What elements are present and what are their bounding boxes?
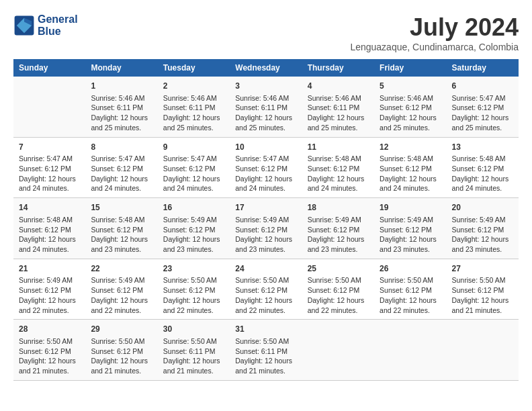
daylight-text: Daylight: 12 hours and 24 minutes.	[19, 234, 80, 254]
calendar-cell: 7Sunrise: 5:47 AMSunset: 6:12 PMDaylight…	[13, 137, 85, 198]
calendar-cell: 23Sunrise: 5:50 AMSunset: 6:12 PMDayligh…	[158, 259, 230, 320]
calendar-cell: 11Sunrise: 5:48 AMSunset: 6:12 PMDayligh…	[302, 137, 374, 198]
column-header-tuesday: Tuesday	[158, 59, 230, 77]
column-header-wednesday: Wednesday	[230, 59, 302, 77]
sunset-text: Sunset: 6:12 PM	[19, 164, 80, 174]
day-number: 14	[19, 202, 80, 214]
sunrise-text: Sunrise: 5:50 AM	[235, 275, 296, 285]
sunrise-text: Sunrise: 5:46 AM	[163, 93, 224, 103]
sunrise-text: Sunrise: 5:50 AM	[235, 336, 296, 347]
daylight-text: Daylight: 12 hours and 22 minutes.	[91, 295, 152, 315]
daylight-text: Daylight: 12 hours and 24 minutes.	[19, 174, 80, 193]
day-number: 24	[235, 263, 296, 275]
daylight-text: Daylight: 12 hours and 21 minutes.	[235, 356, 296, 375]
calendar-cell	[447, 320, 519, 381]
calendar-week-row: 1Sunrise: 5:46 AMSunset: 6:11 PMDaylight…	[13, 77, 519, 137]
daylight-text: Daylight: 12 hours and 22 minutes.	[235, 295, 296, 315]
sunset-text: Sunset: 6:12 PM	[163, 285, 224, 295]
column-header-monday: Monday	[85, 59, 157, 77]
day-number: 5	[380, 81, 441, 92]
day-number: 9	[163, 142, 224, 153]
calendar-cell: 29Sunrise: 5:50 AMSunset: 6:12 PMDayligh…	[85, 320, 157, 381]
sunrise-text: Sunrise: 5:49 AM	[235, 215, 296, 225]
sunrise-text: Sunrise: 5:47 AM	[235, 154, 296, 164]
sunrise-text: Sunrise: 5:48 AM	[91, 215, 152, 225]
sunrise-text: Sunrise: 5:47 AM	[19, 154, 80, 164]
daylight-text: Daylight: 12 hours and 25 minutes.	[235, 113, 296, 132]
location-subtitle: Lenguazaque, Cundinamarca, Colombia	[350, 42, 519, 52]
daylight-text: Daylight: 12 hours and 25 minutes.	[308, 113, 369, 132]
day-number: 10	[235, 142, 296, 153]
day-number: 21	[19, 263, 80, 275]
sunset-text: Sunset: 6:12 PM	[91, 285, 152, 295]
sunrise-text: Sunrise: 5:50 AM	[452, 275, 513, 285]
calendar-cell: 19Sunrise: 5:49 AMSunset: 6:12 PMDayligh…	[374, 198, 446, 259]
day-number: 25	[308, 263, 369, 275]
calendar-cell: 22Sunrise: 5:49 AMSunset: 6:12 PMDayligh…	[85, 259, 157, 320]
sunrise-text: Sunrise: 5:50 AM	[91, 336, 152, 347]
sunset-text: Sunset: 6:12 PM	[452, 164, 513, 174]
calendar-cell: 27Sunrise: 5:50 AMSunset: 6:12 PMDayligh…	[447, 259, 519, 320]
daylight-text: Daylight: 12 hours and 24 minutes.	[91, 174, 152, 193]
day-number: 26	[380, 263, 441, 275]
calendar-cell: 13Sunrise: 5:48 AMSunset: 6:12 PMDayligh…	[447, 137, 519, 198]
sunrise-text: Sunrise: 5:46 AM	[380, 93, 441, 103]
sunrise-text: Sunrise: 5:49 AM	[91, 275, 152, 285]
day-number: 7	[19, 142, 80, 153]
sunset-text: Sunset: 6:12 PM	[380, 225, 441, 235]
column-header-friday: Friday	[374, 59, 446, 77]
day-number: 19	[380, 202, 441, 214]
day-number: 16	[163, 202, 224, 214]
sunrise-text: Sunrise: 5:46 AM	[91, 93, 152, 103]
sunrise-text: Sunrise: 5:48 AM	[19, 215, 80, 225]
sunrise-text: Sunrise: 5:50 AM	[163, 275, 224, 285]
daylight-text: Daylight: 12 hours and 22 minutes.	[308, 295, 369, 315]
calendar-cell: 5Sunrise: 5:46 AMSunset: 6:12 PMDaylight…	[374, 77, 446, 137]
sunrise-text: Sunrise: 5:46 AM	[308, 93, 369, 103]
daylight-text: Daylight: 12 hours and 23 minutes.	[163, 234, 224, 254]
sunset-text: Sunset: 6:12 PM	[308, 285, 369, 295]
calendar-table: SundayMondayTuesdayWednesdayThursdayFrid…	[13, 59, 519, 381]
day-number: 28	[19, 324, 80, 335]
day-number: 8	[91, 142, 152, 153]
day-number: 17	[235, 202, 296, 214]
daylight-text: Daylight: 12 hours and 23 minutes.	[452, 234, 513, 254]
sunset-text: Sunset: 6:11 PM	[91, 103, 152, 113]
calendar-week-row: 28Sunrise: 5:50 AMSunset: 6:12 PMDayligh…	[13, 320, 519, 381]
daylight-text: Daylight: 12 hours and 21 minutes.	[452, 295, 513, 315]
sunset-text: Sunset: 6:12 PM	[91, 347, 152, 357]
sunset-text: Sunset: 6:11 PM	[235, 103, 296, 113]
sunrise-text: Sunrise: 5:49 AM	[452, 215, 513, 225]
day-number: 3	[235, 81, 296, 92]
sunset-text: Sunset: 6:12 PM	[91, 164, 152, 174]
sunset-text: Sunset: 6:11 PM	[235, 347, 296, 357]
daylight-text: Daylight: 12 hours and 23 minutes.	[235, 234, 296, 254]
day-number: 30	[163, 324, 224, 335]
calendar-cell: 1Sunrise: 5:46 AMSunset: 6:11 PMDaylight…	[85, 77, 157, 137]
day-number: 27	[452, 263, 513, 275]
calendar-week-row: 21Sunrise: 5:49 AMSunset: 6:12 PMDayligh…	[13, 259, 519, 320]
daylight-text: Daylight: 12 hours and 24 minutes.	[235, 174, 296, 193]
calendar-cell	[13, 77, 85, 137]
sunrise-text: Sunrise: 5:50 AM	[19, 336, 80, 347]
sunset-text: Sunset: 6:12 PM	[163, 164, 224, 174]
sunrise-text: Sunrise: 5:46 AM	[235, 93, 296, 103]
daylight-text: Daylight: 12 hours and 23 minutes.	[380, 234, 441, 254]
daylight-text: Daylight: 12 hours and 22 minutes.	[163, 295, 224, 315]
day-number: 4	[308, 81, 369, 92]
day-number: 1	[91, 81, 152, 92]
calendar-cell: 15Sunrise: 5:48 AMSunset: 6:12 PMDayligh…	[85, 198, 157, 259]
title-section: July 2024 Lenguazaque, Cundinamarca, Col…	[350, 13, 519, 52]
sunrise-text: Sunrise: 5:49 AM	[163, 215, 224, 225]
calendar-cell: 18Sunrise: 5:49 AMSunset: 6:12 PMDayligh…	[302, 198, 374, 259]
daylight-text: Daylight: 12 hours and 24 minutes.	[308, 174, 369, 193]
sunset-text: Sunset: 6:11 PM	[163, 103, 224, 113]
calendar-cell: 21Sunrise: 5:49 AMSunset: 6:12 PMDayligh…	[13, 259, 85, 320]
daylight-text: Daylight: 12 hours and 24 minutes.	[380, 174, 441, 193]
daylight-text: Daylight: 12 hours and 25 minutes.	[452, 113, 513, 132]
calendar-cell: 25Sunrise: 5:50 AMSunset: 6:12 PMDayligh…	[302, 259, 374, 320]
day-number: 23	[163, 263, 224, 275]
calendar-cell: 10Sunrise: 5:47 AMSunset: 6:12 PMDayligh…	[230, 137, 302, 198]
calendar-week-row: 14Sunrise: 5:48 AMSunset: 6:12 PMDayligh…	[13, 198, 519, 259]
sunset-text: Sunset: 6:12 PM	[235, 285, 296, 295]
